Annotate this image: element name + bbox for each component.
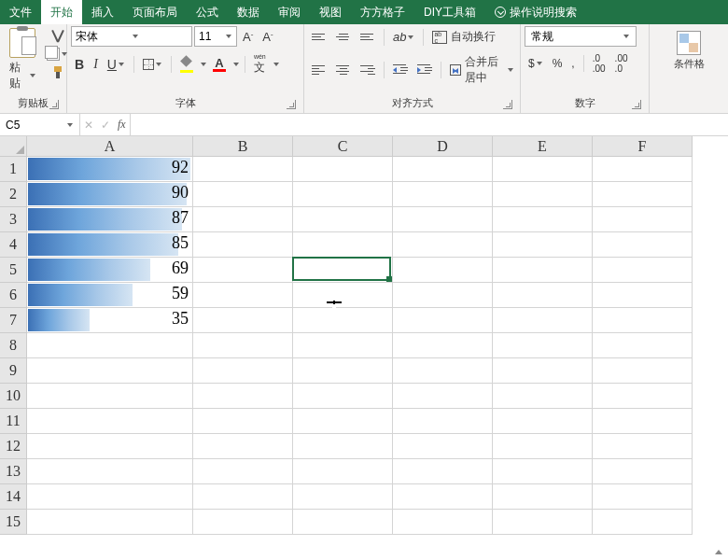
- cell[interactable]: [27, 409, 193, 434]
- cell[interactable]: [193, 358, 293, 384]
- row-header[interactable]: 8: [0, 333, 27, 358]
- cell[interactable]: [593, 459, 693, 484]
- row-header[interactable]: 7: [0, 308, 27, 333]
- cell[interactable]: [493, 157, 593, 182]
- align-right-button[interactable]: [357, 63, 379, 77]
- cell[interactable]: [493, 333, 593, 358]
- cell[interactable]: [193, 283, 293, 308]
- tell-me[interactable]: 操作说明搜索: [485, 0, 586, 24]
- name-box[interactable]: C5: [0, 114, 80, 135]
- tab-formulas[interactable]: 公式: [187, 0, 228, 24]
- cell[interactable]: [27, 459, 193, 484]
- cell[interactable]: [293, 510, 393, 535]
- cell[interactable]: [293, 484, 393, 510]
- align-left-button[interactable]: [308, 63, 330, 77]
- cell[interactable]: [593, 258, 693, 283]
- border-button[interactable]: [139, 56, 166, 73]
- wrap-text-button[interactable]: 自动换行: [428, 26, 499, 48]
- cell[interactable]: [393, 409, 493, 434]
- cell[interactable]: [393, 283, 493, 308]
- cell[interactable]: [293, 182, 393, 207]
- decrease-indent-button[interactable]: [389, 61, 412, 79]
- column-header[interactable]: B: [193, 136, 293, 157]
- cell[interactable]: [593, 182, 693, 207]
- cell[interactable]: [493, 283, 593, 308]
- decrease-decimal-button[interactable]: .00.0: [611, 50, 632, 77]
- cell[interactable]: [593, 283, 693, 308]
- tab-insert[interactable]: 插入: [82, 0, 123, 24]
- cell[interactable]: [593, 333, 693, 358]
- cell[interactable]: [293, 207, 393, 232]
- row-header[interactable]: 3: [0, 207, 27, 232]
- cell[interactable]: [493, 459, 593, 484]
- tab-data[interactable]: 数据: [228, 0, 269, 24]
- cell[interactable]: [193, 308, 293, 333]
- tab-diy[interactable]: DIY工具箱: [414, 0, 485, 24]
- italic-button[interactable]: I: [90, 54, 102, 75]
- phonetic-button[interactable]: wén文: [250, 50, 270, 78]
- cell[interactable]: [393, 157, 493, 182]
- cell[interactable]: [393, 232, 493, 258]
- underline-button[interactable]: U: [104, 54, 129, 75]
- cell[interactable]: [27, 333, 193, 358]
- cell[interactable]: [593, 207, 693, 232]
- cell[interactable]: [493, 207, 593, 232]
- cell[interactable]: [193, 182, 293, 207]
- cell[interactable]: [393, 510, 493, 535]
- chevron-down-icon[interactable]: [200, 61, 207, 68]
- cell[interactable]: [493, 384, 593, 409]
- dialog-launcher-icon[interactable]: [632, 100, 641, 109]
- cell[interactable]: [193, 484, 293, 510]
- cell[interactable]: 69: [27, 258, 193, 283]
- cell[interactable]: [493, 434, 593, 459]
- cell[interactable]: [493, 232, 593, 258]
- tab-review[interactable]: 审阅: [269, 0, 310, 24]
- font-name-select[interactable]: 宋体: [71, 26, 192, 47]
- fx-button[interactable]: fx: [118, 118, 126, 132]
- cell[interactable]: [493, 510, 593, 535]
- cell[interactable]: 92: [27, 157, 193, 182]
- cell[interactable]: [393, 459, 493, 484]
- cell[interactable]: 59: [27, 283, 193, 308]
- merge-center-button[interactable]: 合并后居中: [446, 51, 516, 89]
- increase-decimal-button[interactable]: .0.00: [589, 50, 609, 77]
- cell[interactable]: [293, 409, 393, 434]
- font-color-button[interactable]: A: [209, 55, 230, 75]
- cell[interactable]: [393, 207, 493, 232]
- row-header[interactable]: 11: [0, 409, 27, 434]
- cell[interactable]: [493, 308, 593, 333]
- cell[interactable]: [293, 308, 393, 333]
- cell[interactable]: [393, 358, 493, 384]
- percent-button[interactable]: %: [549, 54, 567, 73]
- cell[interactable]: [393, 484, 493, 510]
- row-header[interactable]: 9: [0, 358, 27, 384]
- font-size-select[interactable]: 11: [194, 26, 237, 47]
- align-bottom-button[interactable]: [357, 31, 379, 43]
- column-header[interactable]: C: [293, 136, 393, 157]
- cell[interactable]: 87: [27, 207, 193, 232]
- bold-button[interactable]: B: [71, 54, 88, 75]
- cell[interactable]: [493, 358, 593, 384]
- row-header[interactable]: 10: [0, 384, 27, 409]
- cell[interactable]: [593, 157, 693, 182]
- dialog-launcher-icon[interactable]: [287, 100, 296, 109]
- tab-page-layout[interactable]: 页面布局: [123, 0, 187, 24]
- cell[interactable]: [193, 207, 293, 232]
- collapse-ribbon-button[interactable]: [711, 545, 726, 558]
- dialog-launcher-icon[interactable]: [49, 100, 59, 109]
- cell[interactable]: [293, 157, 393, 182]
- cell[interactable]: [393, 182, 493, 207]
- row-header[interactable]: 6: [0, 283, 27, 308]
- row-header[interactable]: 12: [0, 434, 27, 459]
- select-all-button[interactable]: [0, 136, 27, 157]
- chevron-down-icon[interactable]: [232, 61, 240, 68]
- cell[interactable]: [293, 258, 393, 283]
- cell[interactable]: [293, 384, 393, 409]
- conditional-format-button[interactable]: 条件格: [670, 28, 708, 74]
- cell[interactable]: [493, 484, 593, 510]
- cell[interactable]: [293, 459, 393, 484]
- cell[interactable]: 85: [27, 232, 193, 258]
- cell[interactable]: [193, 157, 293, 182]
- cell[interactable]: [393, 308, 493, 333]
- cell[interactable]: [593, 484, 693, 510]
